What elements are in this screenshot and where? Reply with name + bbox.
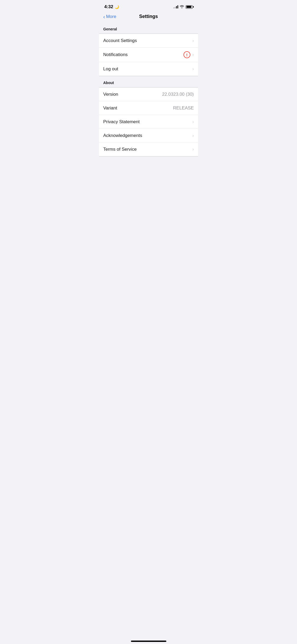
account-settings-item[interactable]: Account Settings › bbox=[99, 34, 198, 48]
privacy-statement-label: Privacy Statement bbox=[103, 119, 140, 125]
bottom-spacer bbox=[99, 157, 198, 236]
moon-icon: 🌙 bbox=[115, 5, 119, 9]
about-settings-list: Version 22.0323.00 (30) Variant RELEASE … bbox=[99, 87, 198, 157]
version-item: Version 22.0323.00 (30) bbox=[99, 88, 198, 101]
page-title: Settings bbox=[139, 14, 158, 19]
terms-of-service-label: Terms of Service bbox=[103, 147, 137, 152]
about-header-label: About bbox=[103, 81, 114, 85]
acknowledgements-chevron-icon: › bbox=[192, 133, 194, 138]
account-settings-label: Account Settings bbox=[103, 38, 137, 43]
log-out-chevron-icon: › bbox=[192, 67, 194, 71]
signal-icon bbox=[173, 5, 178, 8]
notifications-chevron-icon: › bbox=[192, 52, 194, 57]
status-right-icons bbox=[173, 5, 193, 9]
variant-value: RELEASE bbox=[173, 105, 194, 111]
account-settings-chevron-icon: › bbox=[192, 38, 194, 43]
version-label: Version bbox=[103, 92, 118, 97]
back-button[interactable]: ‹ More bbox=[103, 14, 116, 19]
wifi-icon bbox=[180, 5, 184, 9]
privacy-statement-chevron-icon: › bbox=[192, 119, 194, 124]
variant-label: Variant bbox=[103, 105, 117, 111]
notifications-alert-icon: ! bbox=[183, 51, 190, 58]
nav-bar: ‹ More Settings bbox=[99, 12, 198, 22]
general-section-header: General bbox=[99, 22, 198, 34]
acknowledgements-label: Acknowledgements bbox=[103, 133, 142, 138]
about-section-header: About bbox=[99, 76, 198, 87]
back-chevron-icon: ‹ bbox=[103, 14, 105, 19]
variant-item: Variant RELEASE bbox=[99, 101, 198, 115]
general-settings-list: Account Settings › Notifications ! › Log… bbox=[99, 34, 198, 76]
notifications-label: Notifications bbox=[103, 52, 128, 57]
status-time: 4:32 🌙 bbox=[104, 4, 119, 10]
time-display: 4:32 bbox=[104, 4, 113, 10]
terms-of-service-chevron-icon: › bbox=[192, 147, 194, 152]
terms-of-service-item[interactable]: Terms of Service › bbox=[99, 142, 198, 156]
general-header-label: General bbox=[103, 27, 117, 31]
log-out-item[interactable]: Log out › bbox=[99, 62, 198, 76]
status-bar: 4:32 🌙 bbox=[99, 0, 198, 12]
notifications-item[interactable]: Notifications ! › bbox=[99, 48, 198, 62]
battery-icon bbox=[186, 5, 193, 9]
log-out-label: Log out bbox=[103, 66, 118, 72]
back-label: More bbox=[106, 14, 116, 19]
privacy-statement-item[interactable]: Privacy Statement › bbox=[99, 115, 198, 129]
acknowledgements-item[interactable]: Acknowledgements › bbox=[99, 129, 198, 142]
version-value: 22.0323.00 (30) bbox=[162, 92, 194, 97]
